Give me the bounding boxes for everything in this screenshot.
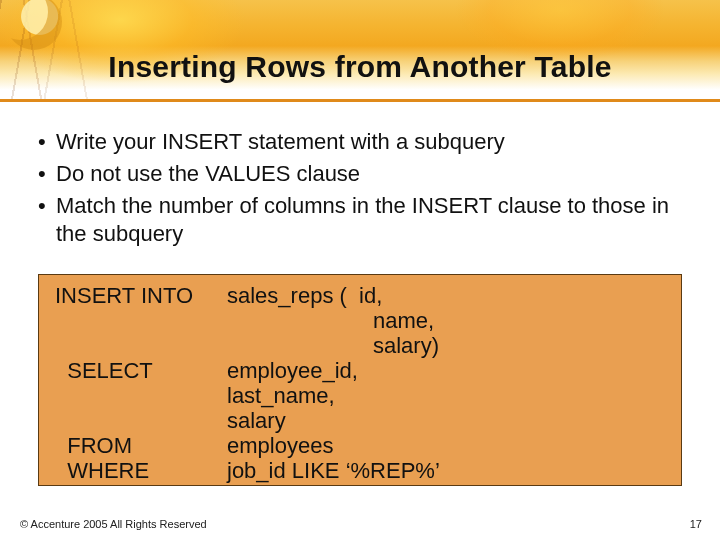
bullet-text: Write your INSERT statement with a subqu… [56,128,690,156]
footer-copyright: © Accenture 2005 All Rights Reserved [20,518,207,530]
crescent-decoration [6,0,62,50]
list-item: • Do not use the VALUES clause [38,160,690,188]
code-keyword: SELECT [49,358,227,384]
code-arg: employee_id, [227,358,671,384]
slide: Inserting Rows from Another Table • Writ… [0,0,720,540]
bullet-list: • Write your INSERT statement with a sub… [38,128,690,249]
bullet-text: Match the number of columns in the INSER… [56,192,690,248]
slide-title: Inserting Rows from Another Table [0,50,720,84]
code-keyword: FROM [49,433,227,459]
list-item: • Write your INSERT statement with a sub… [38,128,690,156]
code-arg: sales_reps ( id, [227,283,671,309]
code-arg: salary [227,408,671,434]
code-arg: name, [227,308,671,334]
list-item: • Match the number of columns in the INS… [38,192,690,248]
code-arg: last_name, [227,383,671,409]
bullet-dot: • [38,192,56,248]
code-arg: employees [227,433,671,459]
code-grid: INSERT INTO sales_reps ( id, name, salar… [49,283,671,477]
bullet-dot: • [38,160,56,188]
code-arg: job_id LIKE ‘%REP%’ [227,458,671,484]
code-keyword: WHERE [49,458,227,484]
code-keyword: INSERT INTO [49,283,227,309]
code-arg: salary) [227,333,671,359]
bullet-dot: • [38,128,56,156]
bullet-text: Do not use the VALUES clause [56,160,690,188]
page-number: 17 [690,518,702,530]
code-box: INSERT INTO sales_reps ( id, name, salar… [38,274,682,486]
